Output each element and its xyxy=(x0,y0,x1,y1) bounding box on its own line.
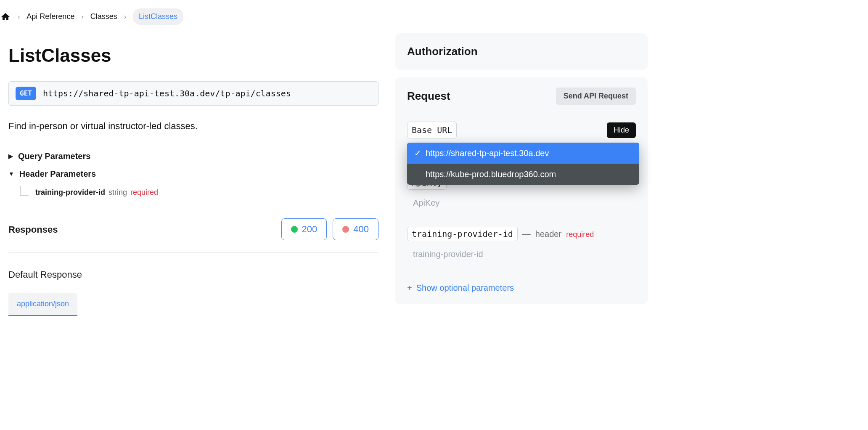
query-parameters-heading: Query Parameters xyxy=(18,150,90,162)
hide-button[interactable]: Hide xyxy=(607,122,636,138)
dropdown-option-selected[interactable]: ✓ https://shared-tp-api-test.30a.dev xyxy=(407,143,639,164)
dropdown-option[interactable]: https://kube-prod.bluedrop360.com xyxy=(407,164,639,185)
breadcrumb-classes[interactable]: Classes xyxy=(90,11,117,22)
header-param-row: training-provider-id string required xyxy=(20,187,378,198)
content-type-tab[interactable]: application/json xyxy=(8,293,77,316)
send-api-request-button[interactable]: Send API Request xyxy=(556,88,636,105)
divider xyxy=(8,252,378,252)
dropdown-option-label: https://kube-prod.bluedrop360.com xyxy=(426,168,556,180)
plus-icon: + xyxy=(407,281,412,294)
home-icon[interactable] xyxy=(0,11,11,22)
chevron-right-icon: › xyxy=(124,12,126,22)
status-dot-green-icon xyxy=(291,226,298,233)
show-optional-parameters[interactable]: + Show optional parameters xyxy=(407,281,636,294)
tpid-location: header xyxy=(535,229,561,239)
breadcrumb-api-reference[interactable]: Api Reference xyxy=(26,11,74,22)
chevron-right-icon: › xyxy=(81,12,83,22)
responses-heading: Responses xyxy=(8,223,58,236)
tpid-required: required xyxy=(566,230,594,239)
endpoint-description: Find in-person or virtual instructor-led… xyxy=(8,119,378,133)
show-optional-label: Show optional parameters xyxy=(416,281,514,294)
header-parameters-toggle[interactable]: ▼ Header Parameters xyxy=(8,167,378,180)
check-icon: ✓ xyxy=(414,147,421,159)
request-title: Request xyxy=(407,88,450,104)
status-dot-red-icon xyxy=(342,226,349,233)
sidebar: Authorization Request Send API Request B… xyxy=(395,33,648,316)
status-200-button[interactable]: 200 xyxy=(281,218,327,240)
param-type: string xyxy=(108,187,127,198)
responses-header: Responses 200 400 xyxy=(8,218,378,240)
query-parameters-toggle[interactable]: ▶ Query Parameters xyxy=(8,150,378,162)
arrow-down-icon: ▼ xyxy=(8,170,14,178)
status-code: 200 xyxy=(302,224,318,235)
chevron-right-icon: › xyxy=(18,12,20,22)
status-400-button[interactable]: 400 xyxy=(333,218,378,240)
breadcrumb: › Api Reference › Classes › ListClasses xyxy=(0,0,868,33)
default-response-title: Default Response xyxy=(8,268,378,281)
breadcrumb-current: ListClasses xyxy=(133,8,183,25)
param-required: required xyxy=(130,187,158,198)
training-provider-id-label: training-provider-id xyxy=(407,227,518,241)
main-content: ListClasses GET https://shared-tp-api-te… xyxy=(8,33,378,316)
arrow-right-icon: ▶ xyxy=(8,152,13,161)
apikey-input[interactable]: ApiKey xyxy=(407,192,636,213)
dropdown-menu: ✓ https://shared-tp-api-test.30a.dev htt… xyxy=(407,143,639,185)
base-url-label: Base URL xyxy=(407,122,457,138)
authorization-panel[interactable]: Authorization xyxy=(395,33,648,70)
status-code: 400 xyxy=(353,224,369,235)
authorization-title: Authorization xyxy=(407,43,636,60)
method-badge: GET xyxy=(16,87,36,100)
param-name: training-provider-id xyxy=(35,187,105,198)
dropdown-option-label: https://shared-tp-api-test.30a.dev xyxy=(426,147,549,159)
tree-line-icon xyxy=(20,186,29,196)
request-panel: Request Send API Request Base URL Hide ✓… xyxy=(395,77,648,304)
tpid-separator: — xyxy=(522,229,531,239)
header-parameters-heading: Header Parameters xyxy=(19,167,96,180)
endpoint-url: https://shared-tp-api-test.30a.dev/tp-ap… xyxy=(43,87,291,100)
training-provider-id-input[interactable]: training-provider-id xyxy=(407,244,636,265)
page-title: ListClasses xyxy=(8,42,378,69)
status-buttons: 200 400 xyxy=(281,218,378,240)
endpoint-box: GET https://shared-tp-api-test.30a.dev/t… xyxy=(8,81,378,106)
